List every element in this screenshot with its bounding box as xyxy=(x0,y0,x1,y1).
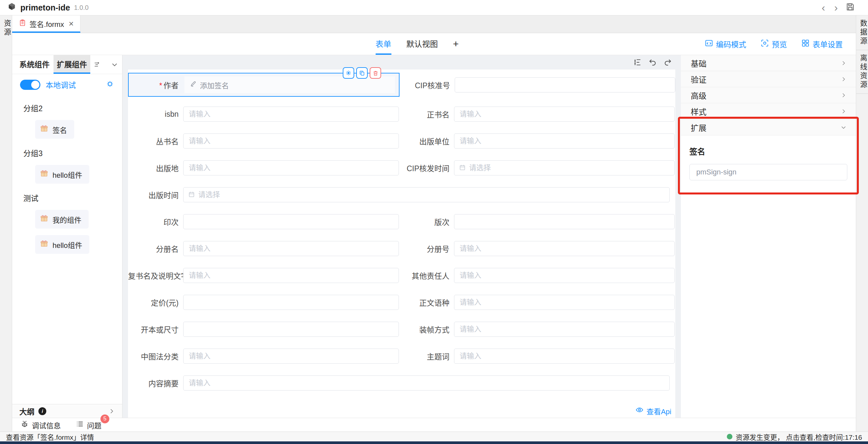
form-input-impression[interactable] xyxy=(183,214,399,229)
nav-back-icon[interactable]: ‹ xyxy=(817,2,830,13)
section-label: 高级 xyxy=(691,90,707,101)
form-label-format-size: 开本或尺寸 xyxy=(128,323,183,335)
form-input-publisher[interactable] xyxy=(454,133,675,148)
form-input-other-responsible[interactable] xyxy=(454,268,675,283)
form-input-title[interactable] xyxy=(454,107,675,122)
form-input-classification[interactable] xyxy=(183,349,399,364)
cip-date-input[interactable] xyxy=(469,164,670,172)
code-mode-button[interactable]: 编码模式 xyxy=(705,38,746,49)
section-validation[interactable]: 验证 xyxy=(681,71,856,87)
form-row: 内容摘要 xyxy=(128,375,675,390)
form-label-pubplace: 出版地 xyxy=(128,162,183,173)
local-debug-toggle[interactable] xyxy=(20,80,40,90)
form-input-price[interactable] xyxy=(183,295,399,310)
component-card-hello-2[interactable]: hello组件 xyxy=(35,235,89,254)
chevron-right-icon[interactable] xyxy=(108,408,115,414)
section-extension[interactable]: 扩展 xyxy=(681,119,856,135)
pubdate-input[interactable] xyxy=(198,191,665,199)
form-row: 印次 版次 xyxy=(128,214,675,229)
form-settings-label: 表单设置 xyxy=(812,38,843,49)
right-edge-strip: 数据源 离线资源 xyxy=(856,15,868,432)
form-input-subject[interactable] xyxy=(454,349,675,364)
debug-info-button[interactable]: 调试信息 xyxy=(21,420,61,430)
chevron-right-icon xyxy=(840,108,847,114)
form-cell: 中图法分类 xyxy=(128,349,399,364)
signature-prop-label: 签名 xyxy=(689,145,847,157)
tab-extension-components[interactable]: 扩展组件 xyxy=(54,55,90,74)
form-input-volume-name[interactable] xyxy=(183,241,399,256)
form-label-series: 丛书名 xyxy=(128,135,183,146)
component-card-signature[interactable]: 签名 xyxy=(35,120,74,139)
form-input-volume-no[interactable] xyxy=(454,241,675,256)
problems-button[interactable]: 问题 5 xyxy=(76,420,101,430)
form-label-cip-date: CIP核发时间 xyxy=(399,162,454,173)
resources-vertical-tab[interactable]: 资源 xyxy=(0,15,12,41)
offline-resources-vertical-tab[interactable]: 离线资源 xyxy=(856,50,868,94)
file-tab-signature-formx[interactable]: 签名.formx × xyxy=(12,15,81,33)
tab-form[interactable]: 表单 xyxy=(376,33,391,55)
app-version: 1.0.0 xyxy=(74,4,88,11)
component-delete-button[interactable] xyxy=(370,67,381,79)
signature-prop-input[interactable] xyxy=(689,164,847,180)
form-label-price: 定价(元) xyxy=(128,297,183,308)
problems-count-badge: 5 xyxy=(100,414,109,423)
tab-default-view[interactable]: 默认视图 xyxy=(406,33,438,55)
pubdate-picker[interactable] xyxy=(183,187,670,202)
save-icon[interactable] xyxy=(846,2,855,13)
form-input-isbn[interactable] xyxy=(183,107,399,122)
data-source-vertical-tab[interactable]: 数据源 xyxy=(856,15,868,50)
chevron-right-icon xyxy=(840,76,847,82)
section-advanced[interactable]: 高级 xyxy=(681,87,856,103)
tab-system-components[interactable]: 系统组件 xyxy=(16,55,53,74)
taskbar-strip xyxy=(0,441,868,444)
outline-tree-icon[interactable] xyxy=(633,58,642,67)
calendar-icon xyxy=(188,191,195,199)
form-input-series[interactable] xyxy=(183,133,399,148)
preview-button[interactable]: 预览 xyxy=(761,38,787,49)
form-label-subtitle: 复书名及说明文字 xyxy=(128,270,183,281)
form-input-edition[interactable] xyxy=(454,214,675,229)
undo-icon[interactable] xyxy=(648,58,657,67)
sidebar-collapse-icon[interactable] xyxy=(111,55,118,74)
nav-forward-icon[interactable]: › xyxy=(830,2,842,13)
form-settings-button[interactable]: 表单设置 xyxy=(801,38,843,49)
required-mark: * xyxy=(159,81,162,90)
cip-date-picker[interactable] xyxy=(454,160,675,175)
component-filter-icon[interactable] xyxy=(94,55,100,74)
form-input-language[interactable] xyxy=(454,295,675,310)
redo-icon[interactable] xyxy=(663,58,672,67)
gift-icon xyxy=(40,169,49,180)
local-debug-row: 本地调试 xyxy=(12,74,122,95)
work-row: 系统组件 扩展组件 本地调试 xyxy=(12,55,856,418)
chevron-right-icon xyxy=(840,92,847,98)
selected-author-field[interactable]: *作者 添加签名 xyxy=(128,73,400,97)
component-card-my-component[interactable]: 我的组件 xyxy=(35,210,89,229)
status-left-text[interactable]: 查看资源「签名.formx」详情 xyxy=(6,432,94,442)
form-input-subtitle[interactable] xyxy=(183,268,399,283)
section-basic[interactable]: 基础 xyxy=(681,55,856,71)
left-edge-strip: 资源 xyxy=(0,15,12,432)
form-input-abstract[interactable] xyxy=(183,375,670,390)
form-row: 分册名 分册号 xyxy=(128,241,675,256)
preview-label: 预览 xyxy=(772,38,787,49)
section-style[interactable]: 样式 xyxy=(681,103,856,119)
component-settings-button[interactable] xyxy=(343,67,354,79)
tab-close-icon[interactable]: × xyxy=(69,19,73,28)
cip-number-input[interactable] xyxy=(455,77,675,93)
component-copy-button[interactable] xyxy=(356,67,368,79)
local-debug-label: 本地调试 xyxy=(45,79,76,90)
form-input-format-size[interactable] xyxy=(183,322,399,337)
status-right[interactable]: 资源发生变更， 点击查看,检查时间:17:16 xyxy=(727,432,862,442)
form-cell: 复书名及说明文字 xyxy=(128,268,399,283)
form-row: 复书名及说明文字 其他责任人 xyxy=(128,268,675,283)
add-signature-control[interactable]: 添加签名 xyxy=(185,76,395,93)
form-input-pubplace[interactable] xyxy=(183,160,399,175)
form-label-volume-no: 分册号 xyxy=(399,243,454,254)
form-input-binding[interactable] xyxy=(454,322,675,337)
debug-settings-gear-icon[interactable] xyxy=(106,80,114,90)
component-card-hello[interactable]: hello组件 xyxy=(35,165,89,184)
gift-icon xyxy=(40,239,49,250)
form-row: 开本或尺寸 装帧方式 xyxy=(128,322,675,337)
add-view-button[interactable]: + xyxy=(453,33,459,55)
form-label-volume-name: 分册名 xyxy=(128,243,183,254)
